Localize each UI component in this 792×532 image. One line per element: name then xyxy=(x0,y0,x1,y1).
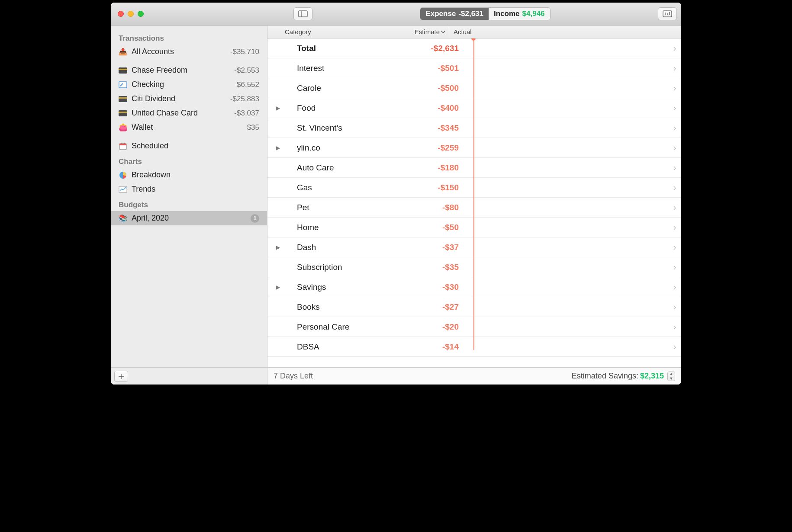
chevron-right-icon[interactable]: › xyxy=(668,123,681,133)
chevron-right-icon[interactable]: › xyxy=(668,282,681,292)
budget-row-auto-care[interactable]: Auto Care-$180› xyxy=(267,158,681,178)
books-icon: 📚 xyxy=(119,215,127,222)
sidebar-item-breakdown[interactable]: Breakdown xyxy=(111,168,267,182)
expense-income-toggle[interactable]: Expense -$2,631 Income $4,946 xyxy=(420,7,550,20)
calendar-icon xyxy=(119,142,127,150)
estimate-value: -$35 xyxy=(414,263,461,272)
category-label: Gas xyxy=(284,183,414,192)
chevron-right-icon[interactable]: › xyxy=(668,302,681,312)
sidebar: Transactions📥All Accounts-$35,710Chase F… xyxy=(111,26,267,385)
chevron-right-icon[interactable]: › xyxy=(668,322,681,332)
chevron-right-icon[interactable]: › xyxy=(668,83,681,93)
budget-row-gas[interactable]: Gas-$150› xyxy=(267,178,681,198)
svg-rect-7 xyxy=(119,69,127,70)
main-content: Category Estimate Actual Total-$2,631›In… xyxy=(267,26,681,385)
sidebar-item-all-accounts[interactable]: 📥All Accounts-$35,710 xyxy=(111,45,267,59)
budget-row-books[interactable]: Books-$27› xyxy=(267,297,681,317)
sidebar-item-amount: -$2,553 xyxy=(234,66,259,75)
sidebar-item-citi-dividend[interactable]: Citi Dividend-$25,883 xyxy=(111,92,267,106)
budget-row-savings[interactable]: ▶Savings-$30› xyxy=(267,277,681,297)
budget-row-total[interactable]: Total-$2,631› xyxy=(267,38,681,58)
budget-row-home[interactable]: Home-$50› xyxy=(267,218,681,237)
header-actual[interactable]: Actual xyxy=(454,28,472,35)
card-icon xyxy=(119,95,127,103)
chevron-right-icon[interactable]: › xyxy=(668,63,681,73)
svg-rect-11 xyxy=(119,110,127,116)
svg-rect-6 xyxy=(119,67,127,74)
budget-row-carole[interactable]: Carole-$500› xyxy=(267,78,681,98)
estimate-value: -$20 xyxy=(414,322,461,332)
budget-row-pet[interactable]: Pet-$80› xyxy=(267,198,681,218)
sidebar-group-title: Charts xyxy=(111,153,267,168)
chevron-right-icon[interactable]: › xyxy=(668,262,681,272)
zoom-icon[interactable] xyxy=(138,11,144,17)
chevron-right-icon[interactable]: › xyxy=(668,43,681,53)
savings-stepper[interactable]: ▲ ▼ xyxy=(667,372,675,381)
budget-row-food[interactable]: ▶Food-$400› xyxy=(267,98,681,118)
income-segment[interactable]: Income $4,946 xyxy=(489,8,550,20)
close-icon[interactable] xyxy=(118,11,124,17)
chevron-right-icon[interactable]: › xyxy=(668,163,681,173)
chevron-right-icon[interactable]: › xyxy=(668,143,681,153)
sidebar-item-label: Trends xyxy=(132,185,259,194)
time-marker-line xyxy=(473,38,474,350)
category-label: Auto Care xyxy=(284,163,414,173)
sidebar-item-checking[interactable]: Checking$6,552 xyxy=(111,77,267,92)
sidebar-toggle-button[interactable] xyxy=(293,7,312,20)
chevron-right-icon[interactable]: › xyxy=(668,103,681,113)
disclosure-cell[interactable]: ▶ xyxy=(272,244,284,250)
category-label: St. Vincent's xyxy=(284,123,414,133)
chevron-right-icon[interactable]: › xyxy=(668,342,681,352)
chevron-right-icon[interactable]: › xyxy=(668,183,681,192)
estimate-value: -$14 xyxy=(414,342,461,352)
sidebar-item-united-chase-card[interactable]: United Chase Card-$3,037 xyxy=(111,106,267,120)
sidebar-item-wallet[interactable]: 👛Wallet$35 xyxy=(111,120,267,135)
budget-row-ylin-co[interactable]: ▶ylin.co-$259› xyxy=(267,138,681,158)
minimize-icon[interactable] xyxy=(128,11,134,17)
chevron-right-icon[interactable]: › xyxy=(668,222,681,232)
folder-icon xyxy=(298,10,308,17)
header-estimate[interactable]: Estimate xyxy=(415,28,445,35)
chart-icon xyxy=(119,186,127,193)
budget-row-subscription[interactable]: Subscription-$35› xyxy=(267,257,681,277)
chevron-right-icon[interactable]: › xyxy=(668,202,681,212)
budget-row-personal-care[interactable]: Personal Care-$20› xyxy=(267,317,681,337)
📥-icon: 📥 xyxy=(119,48,127,56)
wallet-icon: 👛 xyxy=(119,124,127,131)
budget-row-interest[interactable]: Interest-$501› xyxy=(267,58,681,78)
sidebar-item-scheduled[interactable]: Scheduled xyxy=(111,139,267,153)
sidebar-item-label: Checking xyxy=(132,80,232,89)
sidebar-group-title: Transactions xyxy=(111,30,267,45)
estimated-savings-label: Estimated Savings: xyxy=(572,372,638,381)
sidebar-item-chase-freedom[interactable]: Chase Freedom-$2,553 xyxy=(111,63,267,77)
budget-row-dash[interactable]: ▶Dash-$37› xyxy=(267,237,681,257)
add-button[interactable] xyxy=(114,371,128,382)
category-label: ylin.co xyxy=(284,143,414,153)
category-label: Carole xyxy=(284,83,414,93)
income-value: $4,946 xyxy=(522,10,545,18)
estimate-value: -$80 xyxy=(414,203,461,212)
budget-row-st-vincent-s[interactable]: St. Vincent's-$345› xyxy=(267,118,681,138)
expense-value: -$2,631 xyxy=(458,10,483,18)
chart-toggle-button[interactable] xyxy=(658,7,677,20)
expense-segment[interactable]: Expense -$2,631 xyxy=(420,8,489,20)
sidebar-item-label: Breakdown xyxy=(132,170,259,179)
stepper-up-icon[interactable]: ▲ xyxy=(668,372,675,376)
estimate-value: -$400 xyxy=(414,103,461,113)
disclosure-cell[interactable]: ▶ xyxy=(272,145,284,151)
budget-row-dbsa[interactable]: DBSA-$14› xyxy=(267,337,681,357)
chevron-right-icon[interactable]: › xyxy=(668,242,681,252)
sidebar-item-trends[interactable]: Trends xyxy=(111,182,267,196)
category-label: Home xyxy=(284,223,414,232)
stepper-down-icon[interactable]: ▼ xyxy=(668,376,675,381)
sidebar-item-april-2020[interactable]: 📚April, 20201 xyxy=(111,211,267,225)
columns-icon xyxy=(663,10,672,17)
svg-rect-8 xyxy=(119,82,127,88)
sidebar-item-amount: -$25,883 xyxy=(230,95,259,103)
estimate-value: -$27 xyxy=(414,302,461,312)
sidebar-item-amount: -$35,710 xyxy=(230,48,259,56)
status-bar: 7 Days Left Estimated Savings: $2,315 ▲ … xyxy=(267,367,681,385)
header-category[interactable]: Category xyxy=(285,28,311,35)
disclosure-cell[interactable]: ▶ xyxy=(272,105,284,111)
disclosure-cell[interactable]: ▶ xyxy=(272,284,284,290)
